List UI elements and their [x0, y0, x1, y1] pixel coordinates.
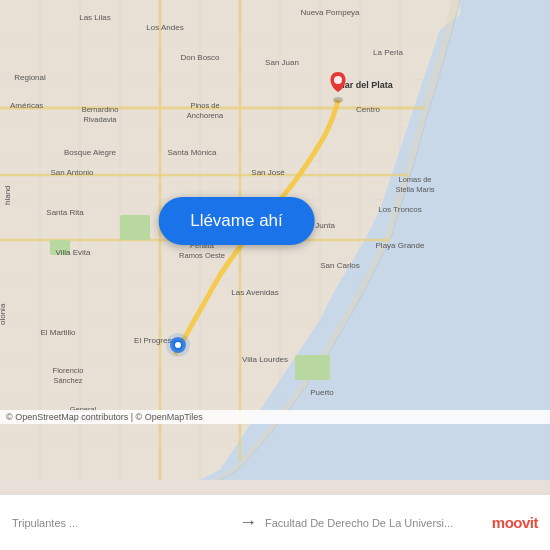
svg-text:Regional: Regional: [14, 73, 46, 82]
svg-rect-29: [120, 215, 150, 240]
svg-text:Las Avenidas: Las Avenidas: [231, 288, 278, 297]
svg-text:Stella Maris: Stella Maris: [395, 185, 434, 194]
svg-text:La Perla: La Perla: [373, 48, 403, 57]
svg-text:Villa Evita: Villa Evita: [56, 248, 92, 257]
svg-text:Bernardino: Bernardino: [82, 105, 119, 114]
copyright-bar: © OpenStreetMap contributors | © OpenMap…: [0, 410, 550, 424]
svg-text:Ramos Oeste: Ramos Oeste: [179, 251, 225, 260]
svg-text:Los Troncos: Los Troncos: [378, 205, 422, 214]
svg-text:San Carlos: San Carlos: [320, 261, 360, 270]
copyright-text: © OpenStreetMap contributors | © OpenMap…: [6, 412, 203, 422]
map-container: Las Lilas Los Andes Nueva Pompeya La Per…: [0, 0, 550, 480]
svg-text:Playa Grande: Playa Grande: [376, 241, 425, 250]
moovit-logo-text: moovit: [492, 514, 538, 531]
svg-text:hland: hland: [3, 185, 12, 205]
svg-text:Américas: Américas: [10, 101, 43, 110]
svg-text:Pinos de: Pinos de: [190, 101, 219, 110]
svg-point-71: [333, 97, 343, 103]
svg-text:Centro: Centro: [356, 105, 381, 114]
svg-text:Lomas de: Lomas de: [399, 175, 432, 184]
svg-point-76: [175, 342, 181, 348]
svg-text:Los Andes: Los Andes: [146, 23, 183, 32]
route-to: Facultad De Derecho De La Universi...: [265, 517, 484, 529]
svg-text:El Martillo: El Martillo: [40, 328, 76, 337]
svg-text:Don Bosco: Don Bosco: [180, 53, 220, 62]
svg-text:olonia: olonia: [0, 303, 7, 325]
route-to-label: Facultad De Derecho De La Universi...: [265, 517, 484, 529]
svg-text:Sánchez: Sánchez: [53, 376, 82, 385]
svg-text:San Antonio: San Antonio: [50, 168, 94, 177]
route-arrow-icon: →: [231, 512, 265, 533]
svg-text:Santa Rita: Santa Rita: [46, 208, 84, 217]
svg-text:Las Lilas: Las Lilas: [79, 13, 111, 22]
svg-text:Anchorena: Anchorena: [187, 111, 224, 120]
bottom-bar: Tripulantes ... → Facultad De Derecho De…: [0, 494, 550, 550]
svg-text:Bosque Alegre: Bosque Alegre: [64, 148, 117, 157]
route-from-label: Tripulantes ...: [12, 517, 231, 529]
moovit-logo: moovit: [492, 514, 538, 531]
svg-text:Mar del Plata: Mar del Plata: [337, 80, 394, 90]
svg-rect-30: [295, 355, 330, 380]
svg-text:Rivadavia: Rivadavia: [84, 115, 118, 124]
svg-text:Florencio: Florencio: [53, 366, 84, 375]
svg-text:Santa Mónica: Santa Mónica: [168, 148, 217, 157]
svg-text:Puerto: Puerto: [310, 388, 334, 397]
navigate-button[interactable]: Llévame ahí: [158, 197, 315, 245]
svg-text:San José: San José: [251, 168, 285, 177]
svg-text:Villa Lourdes: Villa Lourdes: [242, 355, 288, 364]
svg-text:Nueva Pompeya: Nueva Pompeya: [300, 8, 360, 17]
route-from: Tripulantes ...: [12, 517, 231, 529]
svg-point-72: [334, 76, 342, 84]
svg-text:San Juan: San Juan: [265, 58, 299, 67]
